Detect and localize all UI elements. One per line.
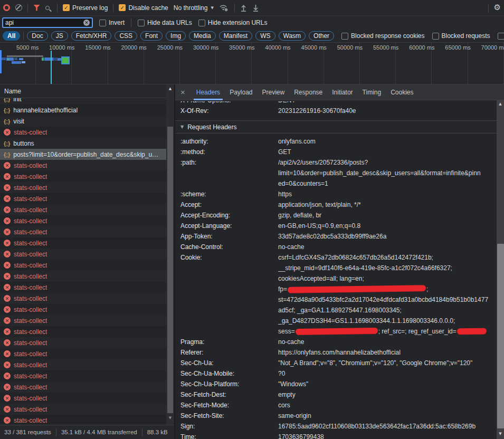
request-row[interactable]: ✕stats-collect — [0, 193, 166, 204]
type-filter-pill-css[interactable]: CSS — [115, 31, 137, 41]
clear-network-log-icon[interactable] — [15, 4, 22, 11]
tab-timing[interactable]: Timing — [358, 84, 386, 100]
close-icon[interactable]: × — [180, 88, 185, 96]
blocked-response-cookies-checkbox[interactable]: Blocked response cookies — [341, 32, 424, 40]
type-filter-pill-all[interactable]: All — [3, 31, 20, 41]
scroll-up-icon[interactable]: ▲ — [497, 102, 504, 106]
invert-checkbox[interactable]: Invert — [99, 19, 125, 26]
request-row[interactable]: ✕stats-collect — [0, 171, 166, 182]
export-har-icon[interactable] — [252, 4, 259, 12]
request-row[interactable]: ✕stats-collect — [0, 237, 166, 249]
request-row[interactable]: ✕stats-collect — [0, 381, 166, 393]
request-row[interactable]: ✕stats-collect — [0, 271, 166, 282]
checkbox-checked-icon[interactable]: ✓ — [63, 4, 70, 11]
scrollbar-thumb[interactable] — [497, 244, 504, 428]
type-filter-pill-ws[interactable]: WS — [255, 31, 275, 41]
checkbox-checked-icon[interactable]: ✓ — [119, 4, 126, 11]
scrollbar-thumb[interactable] — [167, 127, 173, 413]
request-row[interactable]: ✕stats-collect — [0, 326, 166, 337]
request-row[interactable]: ✕stats-collect — [0, 315, 166, 326]
tab-cookies[interactable]: Cookies — [386, 84, 418, 100]
checkbox-unchecked-icon[interactable] — [138, 20, 145, 26]
request-row[interactable]: ✕stats-collect — [0, 293, 166, 304]
checkbox-unchecked-icon[interactable] — [341, 33, 348, 40]
type-filter-pill-font[interactable]: Font — [140, 31, 163, 41]
request-row[interactable]: ✕stats-collect — [0, 127, 166, 138]
request-row[interactable]: {;}visit — [0, 116, 166, 127]
request-row[interactable]: {;}buttons — [0, 138, 166, 149]
request-name-label: init — [13, 98, 21, 103]
3rd-party-requests-checkbox[interactable]: 3rd-party requests — [498, 32, 504, 40]
clear-filter-icon[interactable]: ✕ — [83, 20, 90, 26]
request-row[interactable]: ✕stats-collect — [0, 304, 166, 315]
blocked-requests-checkbox[interactable]: Blocked requests — [432, 32, 490, 40]
filterbar-divider — [131, 18, 131, 27]
tab-payload[interactable]: Payload — [225, 84, 257, 100]
type-filter-pill-wasm[interactable]: Wasm — [279, 31, 306, 41]
details-scrollbar[interactable]: ▲ ▼ — [497, 100, 504, 439]
request-row[interactable]: ✕stats-collect — [0, 282, 166, 293]
request-row[interactable]: ✕stats-collect — [0, 370, 166, 381]
throttling-dropdown[interactable]: No throttling ▼ — [174, 4, 214, 12]
network-overview-timeline[interactable]: 5000 ms10000 ms15000 ms20000 ms25000 ms3… — [0, 43, 504, 84]
request-row[interactable]: {;}hannahelizabethofficial — [0, 104, 166, 116]
disable-cache-checkbox[interactable]: ✓ Disable cache — [119, 4, 168, 12]
filter-icon[interactable] — [33, 5, 40, 11]
request-row[interactable]: {;}posts?limit=10&order=publish_date_des… — [0, 149, 166, 160]
preserve-log-checkbox[interactable]: ✓ Preserve log — [63, 4, 108, 12]
name-column-header[interactable]: Name — [0, 84, 166, 98]
request-name-label: stats-collect — [14, 350, 47, 358]
tab-response[interactable]: Response — [289, 84, 327, 100]
request-row[interactable]: ✕stats-collect — [0, 359, 166, 370]
hide-extension-urls-checkbox[interactable]: Hide extension URLs — [198, 19, 268, 26]
import-har-icon[interactable] — [240, 4, 247, 12]
request-list-scrollbar[interactable]: ▲ ▼ — [166, 84, 174, 425]
request-name-label: stats-collect — [14, 328, 47, 336]
header-name: Sec-Fetch-Site: — [175, 411, 278, 421]
type-filter-pill-img[interactable]: Img — [166, 31, 186, 41]
settings-gear-icon[interactable]: ⚙ — [494, 4, 501, 12]
filter-input[interactable] — [5, 19, 81, 26]
tab-preview[interactable]: Preview — [258, 84, 290, 100]
request-row[interactable]: ✕stats-collect — [0, 182, 166, 193]
scroll-down-icon[interactable]: ▼ — [166, 416, 174, 420]
request-row[interactable]: ✕stats-collect — [0, 226, 166, 237]
type-filter-pill-fetch-xhr[interactable]: Fetch/XHR — [71, 31, 112, 41]
scroll-down-icon[interactable]: ▼ — [497, 432, 504, 436]
request-row[interactable]: ✕stats-collect — [0, 415, 166, 425]
header-row: App-Token:33d57ade8c02dbc5a333db99ff9ae2… — [175, 231, 504, 242]
checkbox-unchecked-icon[interactable] — [432, 33, 439, 40]
request-row[interactable]: ✕stats-collect — [0, 160, 166, 171]
blocked-request-icon: ✕ — [4, 173, 11, 180]
network-conditions-icon[interactable] — [219, 4, 229, 12]
checkbox-unchecked-icon[interactable] — [498, 33, 504, 40]
request-row[interactable]: ✕stats-collect — [0, 215, 166, 226]
request-row[interactable]: ✕stats-collect — [0, 260, 166, 271]
type-filter-pill-js[interactable]: JS — [51, 31, 68, 41]
timeline-activity-bar — [0, 50, 2, 73]
checkbox-unchecked-icon[interactable] — [99, 20, 106, 26]
timeline-tick-column: 65000 ms — [432, 43, 468, 84]
type-filter-pill-manifest[interactable]: Manifest — [219, 31, 252, 41]
search-icon[interactable] — [45, 6, 50, 10]
request-row[interactable]: ✕stats-collect — [0, 249, 166, 260]
type-filter-pill-other[interactable]: Other — [309, 31, 334, 41]
request-headers-section-toggle[interactable]: ▼Request Headers — [175, 120, 504, 133]
tab-initiator[interactable]: Initiator — [327, 84, 357, 100]
type-filter-pill-doc[interactable]: Doc — [27, 31, 47, 41]
request-row[interactable]: ✕stats-collect — [0, 404, 166, 415]
record-network-log-icon[interactable] — [3, 4, 10, 11]
blocked-request-icon: ✕ — [4, 339, 11, 346]
request-row[interactable]: {;}init — [0, 98, 166, 104]
checkbox-unchecked-icon[interactable] — [198, 20, 205, 26]
request-row[interactable]: ✕stats-collect — [0, 393, 166, 404]
tab-headers[interactable]: Headers — [192, 84, 225, 100]
hide-data-urls-checkbox[interactable]: Hide data URLs — [138, 19, 192, 26]
header-name: Referer: — [175, 347, 278, 358]
request-row[interactable]: ✕stats-collect — [0, 204, 166, 215]
header-row: Cache-Control:no-cache — [175, 242, 504, 252]
type-filter-pill-media[interactable]: Media — [189, 31, 216, 41]
request-row[interactable]: ✕stats-collect — [0, 337, 166, 348]
scroll-up-icon[interactable]: ▲ — [166, 87, 174, 91]
request-row[interactable]: ✕stats-collect — [0, 348, 166, 359]
